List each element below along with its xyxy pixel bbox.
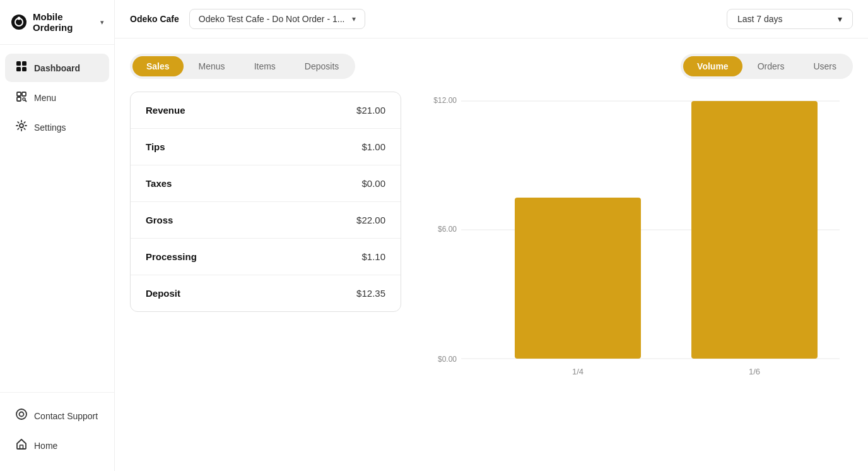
sidebar-item-dashboard-label: Dashboard — [34, 63, 80, 73]
sidebar-item-settings-label: Settings — [34, 122, 66, 133]
svg-text:$0.00: $0.00 — [438, 355, 457, 364]
processing-label: Processing — [146, 251, 197, 262]
gross-label: Gross — [146, 215, 173, 225]
tab-volume[interactable]: Volume — [683, 56, 742, 76]
left-tab-group: Sales Menus Items Deposits — [130, 54, 355, 79]
sidebar-item-menu-label: Menu — [34, 93, 56, 103]
settings-icon — [15, 119, 28, 135]
app-chevron-icon: ▾ — [100, 18, 104, 27]
date-range-label: Last 7 days — [737, 14, 783, 24]
svg-text:1/4: 1/4 — [572, 367, 584, 376]
tips-value: $1.00 — [361, 141, 385, 152]
topbar: Odeko Cafe Odeko Test Cafe - Do Not Orde… — [115, 0, 868, 39]
svg-rect-5 — [16, 67, 21, 71]
svg-point-14 — [20, 412, 24, 417]
app-name: Mobile Ordering — [33, 11, 94, 33]
processing-value: $1.10 — [361, 251, 385, 262]
svg-rect-7 — [17, 92, 21, 96]
sidebar-item-home[interactable]: Home — [5, 431, 109, 460]
sales-row-processing: Processing $1.10 — [131, 239, 401, 275]
svg-point-13 — [16, 409, 26, 419]
svg-text:$12.00: $12.00 — [433, 96, 457, 105]
app-logo — [10, 13, 28, 31]
svg-rect-9 — [17, 97, 21, 101]
home-icon — [15, 438, 28, 453]
right-tab-group: Volume Orders Users — [681, 54, 853, 79]
date-range-selector[interactable]: Last 7 days ▾ — [727, 9, 853, 29]
bar-1-4 — [515, 198, 641, 359]
dashboard-icon — [15, 60, 28, 76]
cafe-selector[interactable]: Odeko Test Cafe - Do Not Order - 1... ▾ — [189, 9, 366, 29]
sidebar: Mobile Ordering ▾ Dashboard — [0, 0, 115, 471]
tab-deposits[interactable]: Deposits — [291, 56, 353, 76]
svg-rect-8 — [22, 92, 26, 96]
svg-rect-3 — [16, 61, 21, 66]
tab-menus[interactable]: Menus — [185, 56, 239, 76]
sidebar-item-contact-support-label: Contact Support — [34, 411, 98, 421]
svg-rect-4 — [22, 61, 26, 66]
sidebar-bottom: Contact Support Home — [0, 392, 114, 471]
sidebar-item-dashboard[interactable]: Dashboard — [5, 54, 109, 82]
svg-point-12 — [20, 124, 23, 128]
sidebar-item-home-label: Home — [34, 441, 57, 451]
chart-panel: $12.00 $6.00 $0.00 1/4 — [416, 92, 853, 456]
sales-row-tips: Tips $1.00 — [131, 129, 401, 165]
sales-panel: Revenue $21.00 Tips $1.00 Taxes $0.00 Gr… — [130, 92, 401, 456]
tab-orders[interactable]: Orders — [744, 56, 799, 76]
sales-table: Revenue $21.00 Tips $1.00 Taxes $0.00 Gr… — [130, 92, 401, 312]
sales-row-revenue: Revenue $21.00 — [131, 92, 401, 129]
tips-label: Tips — [146, 141, 165, 152]
taxes-label: Taxes — [146, 178, 172, 189]
svg-point-2 — [18, 17, 21, 20]
svg-text:1/6: 1/6 — [749, 367, 760, 376]
menu-icon — [15, 90, 28, 105]
bar-chart: $12.00 $6.00 $0.00 1/4 — [416, 92, 853, 395]
deposit-value: $12.35 — [356, 288, 385, 299]
sidebar-item-contact-support[interactable]: Contact Support — [5, 402, 109, 430]
dashboard-panels: Revenue $21.00 Tips $1.00 Taxes $0.00 Gr… — [130, 92, 853, 456]
svg-rect-15 — [20, 445, 23, 449]
sidebar-item-settings[interactable]: Settings — [5, 113, 109, 141]
revenue-label: Revenue — [146, 105, 185, 116]
sidebar-nav: Dashboard Menu Settings — [0, 45, 114, 392]
sidebar-item-menu[interactable]: Menu — [5, 83, 109, 112]
dashboard-content: Sales Menus Items Deposits Volume Orders… — [115, 39, 868, 471]
cafe-chevron-icon: ▾ — [352, 15, 356, 23]
deposit-label: Deposit — [146, 288, 180, 299]
cafe-name: Odeko Test Cafe - Do Not Order - 1... — [199, 14, 345, 24]
sidebar-header[interactable]: Mobile Ordering ▾ — [0, 0, 114, 45]
sales-row-taxes: Taxes $0.00 — [131, 165, 401, 202]
svg-line-11 — [25, 100, 26, 101]
svg-text:$6.00: $6.00 — [438, 225, 457, 234]
svg-rect-6 — [22, 67, 26, 71]
tab-sales[interactable]: Sales — [132, 56, 184, 76]
revenue-value: $21.00 — [356, 105, 385, 116]
bar-1-6 — [691, 101, 818, 359]
tab-users[interactable]: Users — [799, 56, 850, 76]
contact-support-icon — [15, 408, 28, 424]
cafe-label: Odeko Cafe — [130, 14, 179, 24]
tab-items[interactable]: Items — [240, 56, 290, 76]
main-content: Odeko Cafe Odeko Test Cafe - Do Not Orde… — [115, 0, 868, 471]
taxes-value: $0.00 — [361, 178, 385, 189]
sales-row-gross: Gross $22.00 — [131, 202, 401, 239]
tab-row: Sales Menus Items Deposits Volume Orders… — [130, 54, 853, 79]
date-range-chevron-icon: ▾ — [838, 14, 842, 24]
sales-row-deposit: Deposit $12.35 — [131, 275, 401, 311]
gross-value: $22.00 — [356, 215, 385, 225]
